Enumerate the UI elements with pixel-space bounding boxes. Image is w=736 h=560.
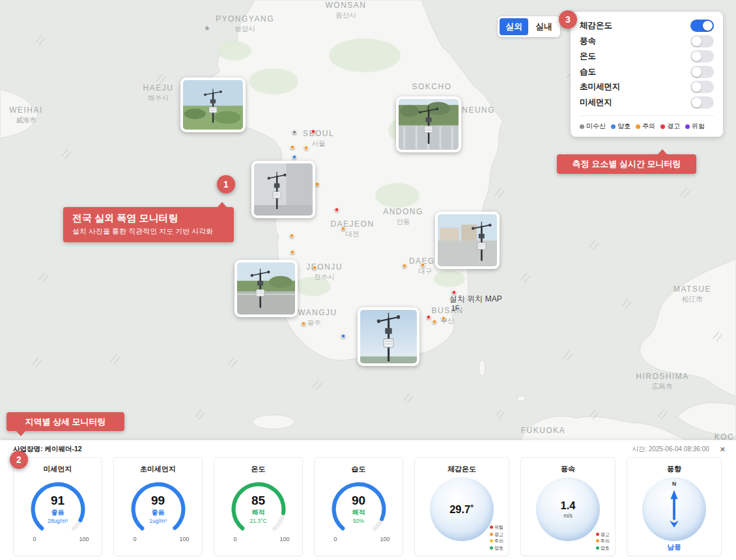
gauge-card-pm10: 미세먼지 91 좋음 28ug/m³ 0 100 [13, 457, 102, 556]
station-marker[interactable] [421, 263, 425, 268]
station-photo-thumbnail[interactable] [396, 96, 461, 152]
toggle-switch[interactable] [690, 66, 714, 78]
filter-row: 초미세먼지 [580, 79, 714, 95]
station-photo-thumbnail[interactable] [435, 212, 500, 269]
filter-label: 풍속 [580, 36, 596, 47]
station-marker[interactable] [432, 320, 437, 324]
mini-legend-item: 주의 [596, 538, 610, 544]
wind-direction-label: 남풍 [627, 543, 721, 552]
mini-legend-item: 위험 [490, 524, 503, 530]
station-marker[interactable] [290, 250, 295, 255]
station-marker[interactable] [341, 227, 346, 231]
station-photo-thumbnail[interactable] [251, 161, 315, 218]
legend-item: 미수신 [580, 122, 606, 131]
filter-row: 미세먼지 [580, 95, 714, 111]
gauge-card-humidity: 습도 90 쾌적 50% 0 100 [314, 457, 403, 556]
mini-legend-item: 경고 [490, 531, 503, 537]
feels-like-legend: 위험경고주의양호 [490, 524, 503, 551]
sphere-card-feels-like: 체감온도 29.7˚ 위험경고주의양호 [414, 457, 509, 556]
step-badge-3: 3 [559, 10, 577, 29]
close-icon[interactable]: ✕ [720, 445, 726, 454]
filter-label: 초미세먼지 [580, 81, 621, 92]
compass-card-wind-direction: 풍향 N 남풍 [627, 457, 722, 556]
mini-legend-item: 경고 [596, 531, 610, 537]
indoor-button[interactable]: 실내 [530, 18, 558, 35]
station-photo-thumbnail[interactable] [358, 307, 419, 366]
gauge-cards-row: 미세먼지 91 좋음 28ug/m³ 0 100 초미세먼지 [0, 457, 736, 556]
feels-like-gauge: 29.7˚ [430, 477, 494, 541]
filter-row: 습도 [580, 64, 714, 80]
toggle-switch[interactable] [690, 81, 714, 93]
mini-legend-item: 양호 [596, 545, 610, 551]
compass-arrow-icon [651, 486, 697, 532]
mini-legend-item: 양호 [490, 545, 503, 551]
filter-label: 체감온도 [580, 20, 612, 31]
filter-label: 미세먼지 [580, 97, 612, 108]
heat-monitoring-app: WONSAN 원산시 PYONGYANG ★ 평양시 WEIHAI 威海市 HA… [0, 0, 736, 560]
wind-speed-gauge: 1.4 m/s [536, 477, 600, 541]
filter-row: 풍속 [580, 34, 714, 49]
station-marker[interactable] [442, 316, 446, 321]
station-marker[interactable] [315, 182, 320, 187]
station-marker[interactable] [341, 334, 346, 339]
mini-legend-item: 주의 [490, 538, 503, 544]
filter-row: 체감온도 [580, 18, 714, 34]
gauge-card-pm25: 초미세먼지 99 좋음 1ug/m³ 0 100 [113, 457, 203, 556]
station-marker[interactable] [304, 146, 309, 150]
callout-regional-monitoring: 지역별 상세 모니터링 [7, 412, 124, 431]
toggle-switch[interactable] [690, 20, 714, 32]
callout-nationwide-monitoring: 전국 실외 폭염 모니터링 설치 사진을 통한 직관적인 지도 기반 시각화 [63, 207, 234, 242]
measurement-filter-panel: 체감온도풍속온도습도초미세먼지미세먼지 미수신양호주의경고위험 [571, 12, 723, 137]
outdoor-button[interactable]: 실외 [500, 18, 528, 35]
legend-item: 주의 [636, 122, 655, 131]
wind-direction-compass: N [642, 477, 706, 541]
toggle-switch[interactable] [690, 96, 714, 109]
regional-detail-panel: 사업장명: 케이웨더-12 시간: 2025-06-04 08:36:00 ✕ … [0, 440, 736, 560]
wind-speed-legend: 경고주의양호 [596, 531, 610, 551]
station-marker[interactable] [403, 264, 407, 268]
step-badge-2: 2 [10, 451, 28, 469]
station-marker[interactable] [311, 130, 316, 134]
timestamp-label: 시간: 2025-06-04 08:36:00 [632, 445, 709, 454]
callout-title: 전국 실외 폭염 모니터링 [72, 212, 226, 225]
station-photo-thumbnail[interactable] [180, 77, 246, 132]
indoor-outdoor-toggle: 실외 실내 [498, 16, 560, 37]
callout-realtime-monitoring: 측정 요소별 실시간 모니터링 [557, 154, 696, 174]
station-marker[interactable] [292, 155, 297, 160]
sphere-card-wind-speed: 풍속 1.4 m/s 경고주의양호 [520, 457, 616, 556]
step-badge-1: 1 [217, 175, 235, 193]
legend-item: 경고 [660, 122, 680, 131]
station-marker[interactable] [427, 315, 431, 320]
map-annotation-install-map: 설치 위치 MAP [449, 294, 502, 305]
station-marker[interactable] [302, 322, 306, 326]
station-photo-thumbnail[interactable] [234, 260, 298, 317]
legend-item: 양호 [611, 122, 630, 131]
toggle-switch[interactable] [690, 35, 714, 48]
station-marker[interactable] [292, 130, 297, 135]
map-annotation-floor: 1F [451, 304, 459, 312]
station-marker[interactable] [335, 208, 339, 212]
toggle-switch[interactable] [690, 50, 714, 63]
filter-rows: 체감온도풍속온도습도초미세먼지미세먼지 [580, 18, 714, 110]
filter-label: 습도 [580, 66, 596, 77]
callout-subtitle: 설치 사진을 통한 직관적인 지도 기반 시각화 [72, 227, 226, 236]
status-legend: 미수신양호주의경고위험 [580, 115, 714, 131]
gauge-card-temperature: 온도 85 쾌적 21.3°C 0 100 [214, 457, 303, 556]
station-marker[interactable] [290, 145, 295, 150]
filter-label: 온도 [580, 51, 596, 62]
station-marker[interactable] [290, 234, 294, 238]
station-marker[interactable] [313, 266, 317, 270]
filter-row: 온도 [580, 49, 714, 64]
legend-item: 위험 [685, 122, 705, 131]
